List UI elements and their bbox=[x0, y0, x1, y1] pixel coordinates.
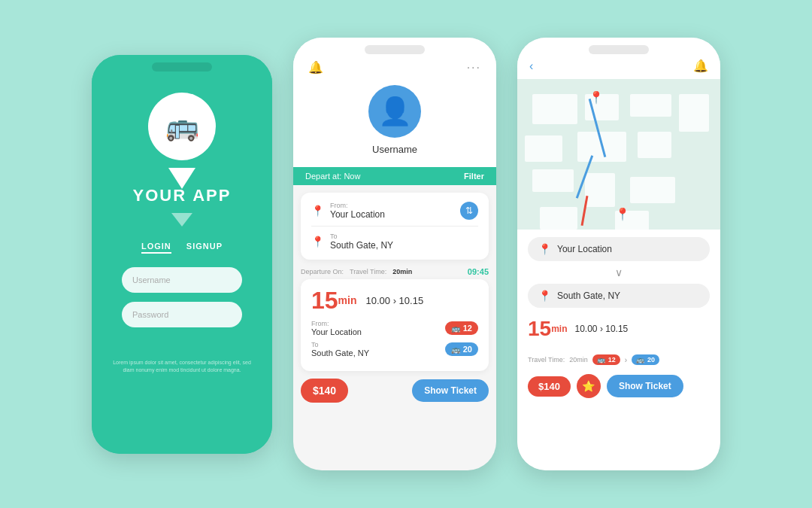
to-label: To bbox=[330, 233, 393, 240]
phone-route-search: 🔔 ··· 👤 Username Depart at: Now Filter bbox=[293, 38, 496, 470]
departure-label: Departure On: bbox=[301, 268, 344, 275]
auth-tabs: LOGIN SIGNUP bbox=[141, 242, 223, 254]
result-to-label: To bbox=[311, 341, 369, 348]
map-bus-icon-1: 🚌 bbox=[597, 356, 605, 364]
price-badge: $140 bbox=[301, 379, 348, 403]
bus-badge-2: 🚌 20 bbox=[445, 342, 478, 356]
swap-button[interactable]: ⇅ bbox=[460, 202, 478, 220]
travel-time-value: 20min bbox=[392, 268, 412, 275]
from-label: From: bbox=[330, 202, 385, 209]
login-tab[interactable]: LOGIN bbox=[141, 242, 171, 254]
map-to-text: South Gate, NY bbox=[557, 291, 620, 301]
map-to-pill: 📍 South Gate, NY bbox=[528, 284, 710, 308]
from-pin-icon: 📍 bbox=[311, 205, 324, 217]
map-area: 📍 📍 bbox=[517, 79, 720, 230]
to-pin-icon: 📍 bbox=[311, 236, 324, 248]
time-badge: 09:45 bbox=[468, 267, 489, 276]
depart-label: Depart at: Now bbox=[305, 172, 360, 181]
to-value: South Gate, NY bbox=[330, 240, 393, 251]
favorite-star-button[interactable]: ⭐ bbox=[577, 374, 601, 398]
app-logo: 🚌 bbox=[148, 93, 216, 175]
map-duration-minutes: 15 bbox=[528, 317, 551, 341]
swap-chevron-icon: ∨ bbox=[528, 267, 710, 278]
map-bus-icon-2: 🚌 bbox=[636, 356, 644, 364]
back-icon[interactable]: ‹ bbox=[529, 59, 533, 73]
map-background: 📍 📍 bbox=[517, 79, 720, 230]
map-min-label: min bbox=[551, 324, 567, 334]
bell-icon[interactable]: 🔔 bbox=[308, 60, 323, 75]
bell-icon-map[interactable]: 🔔 bbox=[693, 59, 708, 73]
duration-minutes: 15 bbox=[311, 288, 338, 312]
map-footer: $140 ⭐ Show Ticket bbox=[528, 374, 710, 398]
map-from-pin-icon: 📍 bbox=[538, 243, 551, 255]
result-to-value: South Gate, NY bbox=[311, 348, 369, 357]
map-bus-arrow-icon: › bbox=[625, 356, 627, 364]
depart-bar: Depart at: Now Filter bbox=[293, 167, 496, 185]
map-bottom-panel: 📍 Your Location ∨ 📍 South Gate, NY 15 mi… bbox=[517, 230, 720, 470]
phones-container: 🚌 YOUR APP LOGIN SIGNUP Username Passwor… bbox=[0, 0, 812, 508]
map-show-ticket-button[interactable]: Show Ticket bbox=[607, 375, 683, 397]
lorem-text: Lorem ipsum dolor sit amet, consectetur … bbox=[92, 359, 272, 375]
end-pin-icon: 📍 bbox=[615, 207, 630, 221]
user-icon: 👤 bbox=[378, 96, 412, 127]
map-from-text: Your Location bbox=[557, 244, 612, 254]
chevron-down-icon bbox=[171, 213, 192, 227]
map-price-badge: $140 bbox=[528, 376, 571, 397]
result-from-label: From: bbox=[311, 320, 362, 327]
route-header: 🔔 ··· 👤 Username bbox=[293, 38, 496, 167]
show-ticket-button[interactable]: Show Ticket bbox=[412, 379, 489, 402]
map-to-pin-icon: 📍 bbox=[538, 290, 551, 302]
username-input[interactable]: Username bbox=[122, 267, 242, 293]
map-time-range: 10.00 › 10.15 bbox=[575, 324, 629, 334]
phone-login: 🚌 YOUR APP LOGIN SIGNUP Username Passwor… bbox=[92, 55, 272, 454]
phone-map: ‹ 🔔 bbox=[517, 38, 720, 470]
filter-button[interactable]: Filter bbox=[464, 172, 484, 181]
signup-tab[interactable]: SIGNUP bbox=[186, 242, 223, 254]
map-header: ‹ 🔔 bbox=[517, 38, 720, 79]
map-travel-value: 20min bbox=[569, 356, 588, 364]
bus-icon-2: 🚌 bbox=[451, 345, 460, 354]
bus-icon-1: 🚌 bbox=[451, 324, 460, 333]
route-card: 📍 From: Your Location ⇅ 📍 To South Gate,… bbox=[301, 193, 489, 260]
from-value: Your Location bbox=[330, 209, 385, 220]
map-bus-badge-1: 🚌 12 bbox=[592, 354, 620, 365]
start-pin-icon: 📍 bbox=[589, 90, 604, 105]
username-label: Username bbox=[372, 144, 417, 155]
bus-badge-1: 🚌 12 bbox=[445, 321, 478, 335]
pin-tail bbox=[168, 168, 195, 189]
result-card: 15 min 10.00 › 10.15 From: Your Location… bbox=[301, 279, 489, 371]
map-from-pill: 📍 Your Location bbox=[528, 237, 710, 261]
password-input[interactable]: Password bbox=[122, 302, 242, 327]
map-travel-label: Travel Time: bbox=[528, 356, 565, 364]
result-footer: $140 Show Ticket bbox=[293, 379, 496, 410]
travel-time-label: Travel Time: bbox=[350, 268, 386, 275]
menu-dots-icon[interactable]: ··· bbox=[467, 61, 481, 75]
map-buses-row: Travel Time: 20min 🚌 12 › 🚌 20 bbox=[528, 354, 710, 365]
trip-info-bar: Departure On: Travel Time: 20min 09:45 bbox=[293, 267, 496, 276]
duration-min-label: min bbox=[338, 294, 357, 306]
bus-icon: 🚌 bbox=[165, 111, 199, 142]
result-from-value: Your Location bbox=[311, 327, 362, 336]
map-bus-badge-2: 🚌 20 bbox=[632, 354, 659, 365]
avatar: 👤 bbox=[368, 85, 421, 138]
time-range: 10.00 › 10.15 bbox=[365, 295, 423, 306]
